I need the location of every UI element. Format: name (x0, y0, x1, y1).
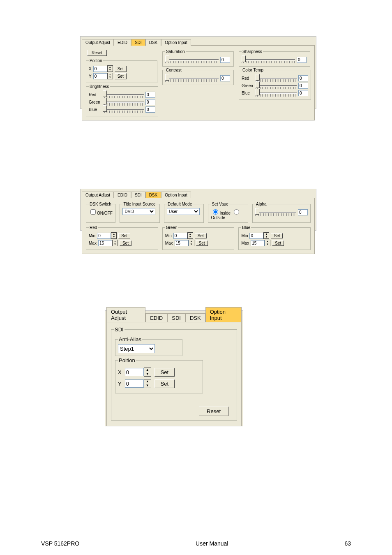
title-input-select[interactable]: DVI3 (122, 208, 155, 215)
y-input[interactable] (93, 73, 107, 79)
spin-up-icon[interactable]: ▲ (111, 233, 116, 236)
spin-down-icon[interactable]: ▼ (264, 236, 269, 238)
spin-up-icon[interactable]: ▲ (108, 66, 113, 69)
green-max-set-button[interactable]: Set (196, 240, 208, 246)
antialias-select[interactable]: Step1 (118, 344, 155, 353)
spin-up-icon[interactable]: ▲ (265, 240, 270, 243)
tab-edid[interactable]: EDID (145, 313, 167, 322)
spin-down-icon[interactable]: ▼ (188, 236, 193, 238)
spin-down-icon[interactable]: ▼ (108, 76, 113, 79)
alpha-value[interactable] (298, 209, 308, 215)
poition-group: Poition X ▲▼ Set Y ▲▼ Set (86, 58, 157, 83)
brightness-red-value[interactable] (145, 92, 155, 98)
blue-max-input[interactable] (251, 240, 265, 246)
spin-up-icon[interactable]: ▲ (144, 368, 151, 372)
blue-min-set-button[interactable]: Set (271, 233, 283, 238)
contrast-slider[interactable] (165, 75, 219, 81)
tab-edid[interactable]: EDID (114, 192, 131, 198)
blue-max-spinner[interactable]: ▲▼ (251, 240, 270, 246)
spin-down-icon[interactable]: ▼ (108, 69, 113, 72)
brightness-blue-slider[interactable] (103, 106, 144, 113)
red-max-set-button[interactable]: Set (120, 240, 131, 246)
option-x-spinner[interactable]: ▲▼ (125, 368, 151, 377)
green-max-spinner[interactable]: ▲▼ (175, 240, 194, 246)
tab-sdi[interactable]: SDI (131, 39, 145, 46)
colortemp-red-slider[interactable] (256, 75, 297, 81)
y-set-button[interactable]: Set (115, 73, 127, 79)
blue-max-label: Max (241, 241, 249, 245)
x-input[interactable] (93, 66, 107, 72)
colortemp-red-label: Red (242, 76, 254, 81)
footer-product: VSP 5162PRO (41, 540, 79, 547)
option-x-set-button[interactable]: Set (154, 368, 175, 377)
onoff-checkbox[interactable]: ON/OFF (89, 211, 113, 215)
red-min-set-button[interactable]: Set (118, 233, 130, 238)
option-x-input[interactable] (125, 368, 144, 376)
y-spinner[interactable]: ▲▼ (93, 73, 113, 79)
brightness-blue-value[interactable] (145, 106, 155, 113)
tab-option-input[interactable]: Option Input (205, 307, 242, 322)
blue-min-spinner[interactable]: ▲▼ (249, 232, 269, 239)
x-spinner[interactable]: ▲▼ (93, 65, 113, 72)
spin-down-icon[interactable]: ▼ (144, 372, 151, 376)
spin-down-icon[interactable]: ▼ (113, 243, 118, 246)
red-max-input[interactable] (98, 240, 112, 246)
tab-output-adjust[interactable]: Output Adjust (106, 307, 145, 322)
spin-up-icon[interactable]: ▲ (264, 233, 269, 236)
x-set-button[interactable]: Set (115, 66, 127, 72)
green-max-input[interactable] (175, 240, 189, 246)
colortemp-green-value[interactable] (298, 83, 308, 89)
dsk-blue-group: Blue Min▲▼Set Max▲▼Set (238, 225, 311, 250)
blue-min-input[interactable] (249, 233, 263, 239)
brightness-green-value[interactable] (145, 99, 155, 105)
colortemp-blue-value[interactable] (298, 90, 308, 96)
brightness-green-slider[interactable] (103, 99, 144, 105)
green-min-spinner[interactable]: ▲▼ (173, 232, 193, 239)
sharpness-slider[interactable] (242, 56, 295, 63)
tab-dsk[interactable]: DSK (145, 192, 161, 198)
option-y-input[interactable] (125, 379, 144, 388)
alpha-slider[interactable] (255, 209, 296, 215)
tab-dsk[interactable]: DSK (145, 39, 161, 46)
option-y-spinner[interactable]: ▲▼ (125, 379, 151, 388)
spin-up-icon[interactable]: ▲ (108, 73, 113, 76)
saturation-slider[interactable] (165, 56, 219, 63)
sharpness-value[interactable] (297, 57, 307, 63)
red-min-spinner[interactable]: ▲▼ (97, 232, 117, 239)
tab-option-input[interactable]: Option Input (161, 192, 191, 198)
tab-option-input[interactable]: Option Input (161, 39, 191, 46)
option-y-set-button[interactable]: Set (154, 379, 175, 388)
colortemp-legend: Color Temp (242, 68, 264, 72)
red-min-input[interactable] (97, 233, 111, 239)
tab-sdi[interactable]: SDI (167, 313, 185, 322)
spin-down-icon[interactable]: ▼ (189, 243, 194, 246)
spin-up-icon[interactable]: ▲ (189, 240, 194, 243)
red-max-spinner[interactable]: ▲▼ (98, 240, 118, 246)
tab-edid[interactable]: EDID (114, 39, 131, 46)
spin-up-icon[interactable]: ▲ (144, 379, 151, 384)
spin-down-icon[interactable]: ▼ (144, 384, 151, 388)
dsk-green-group: Green Min▲▼Set Max▲▼Set (162, 225, 235, 250)
blue-max-set-button[interactable]: Set (272, 240, 284, 246)
spin-up-icon[interactable]: ▲ (188, 233, 193, 236)
reset-button[interactable]: Reset (87, 50, 107, 56)
spin-up-icon[interactable]: ▲ (113, 240, 118, 243)
option-reset-button[interactable]: Reset (199, 407, 228, 416)
tab-output-adjust[interactable]: Output Adjust (82, 39, 114, 46)
tab-dsk[interactable]: DSK (185, 313, 205, 322)
brightness-red-slider[interactable] (103, 91, 144, 98)
tab-output-adjust[interactable]: Output Adjust (82, 192, 114, 198)
spin-down-icon[interactable]: ▼ (265, 243, 270, 246)
inside-radio[interactable]: Inside (211, 211, 231, 215)
green-min-set-button[interactable]: Set (195, 233, 207, 238)
saturation-value[interactable] (220, 57, 230, 63)
colortemp-blue-slider[interactable] (256, 90, 297, 96)
dsk-blue-legend: Blue (241, 225, 251, 230)
spin-down-icon[interactable]: ▼ (111, 236, 116, 238)
green-min-input[interactable] (173, 233, 187, 239)
contrast-value[interactable] (220, 75, 230, 81)
tab-sdi[interactable]: SDI (131, 192, 145, 198)
colortemp-red-value[interactable] (298, 75, 308, 81)
colortemp-green-slider[interactable] (256, 82, 297, 89)
default-mode-select[interactable]: User (167, 208, 200, 215)
